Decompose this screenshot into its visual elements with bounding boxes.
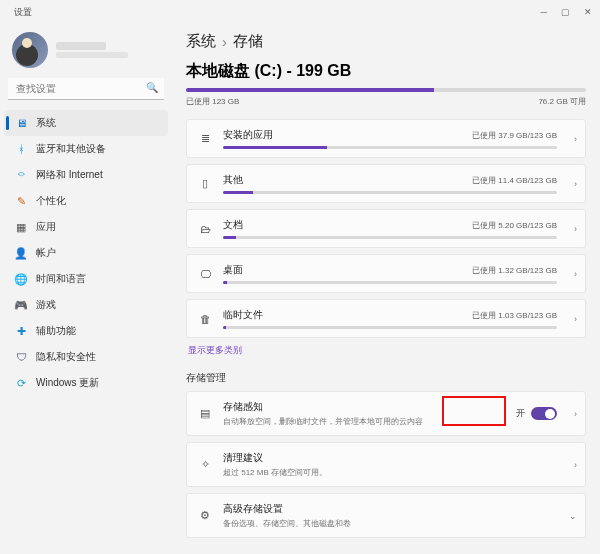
breadcrumb-root[interactable]: 系统 — [186, 32, 216, 51]
chevron-right-icon: › — [574, 460, 577, 470]
window-title: 设置 — [8, 6, 32, 19]
globe-clock-icon: 🌐 — [14, 272, 28, 286]
storage-sense-toggle[interactable] — [531, 407, 557, 420]
shield-icon: 🛡 — [14, 350, 28, 364]
breadcrumb-page: 存储 — [233, 32, 263, 51]
profile-email-redacted — [56, 52, 128, 58]
disk-usage-bar — [186, 88, 586, 92]
nav-windows-update[interactable]: ⟳Windows 更新 — [4, 370, 168, 396]
nav-privacy[interactable]: 🛡隐私和安全性 — [4, 344, 168, 370]
advanced-storage-row[interactable]: ⚙ 高级存储设置 备份选项、存储空间、其他磁盘和卷 ⌄ — [186, 493, 586, 538]
person-icon: 👤 — [14, 246, 28, 260]
chevron-right-icon: › — [222, 33, 227, 50]
gamepad-icon: 🎮 — [14, 298, 28, 312]
chevron-right-icon: › — [574, 409, 577, 419]
window-maximize[interactable]: ▢ — [561, 7, 570, 17]
storage-management-heading: 存储管理 — [186, 371, 586, 385]
cleanup-recommendations-row[interactable]: ✧ 清理建议 超过 512 MB 存储空间可用。 › — [186, 442, 586, 487]
category-other[interactable]: ▯ 其他已使用 11.4 GB/123 GB › — [186, 164, 586, 203]
chevron-down-icon: ⌄ — [569, 511, 577, 521]
breadcrumb: 系统 › 存储 — [186, 32, 586, 51]
nav-apps[interactable]: ▦应用 — [4, 214, 168, 240]
avatar — [12, 32, 48, 68]
chevron-right-icon: › — [574, 179, 577, 189]
chevron-right-icon: › — [574, 269, 577, 279]
toggle-state-label: 开 — [516, 407, 525, 420]
nav-bluetooth[interactable]: ᚼ蓝牙和其他设备 — [4, 136, 168, 162]
wifi-icon: ⌔ — [14, 168, 28, 182]
chevron-right-icon: › — [574, 134, 577, 144]
nav-system[interactable]: 🖥系统 — [4, 110, 168, 136]
chevron-right-icon: › — [574, 314, 577, 324]
monitor-icon: 🖵 — [197, 268, 213, 280]
show-more-categories[interactable]: 显示更多类别 — [188, 344, 586, 357]
nav-accessibility[interactable]: ✚辅助功能 — [4, 318, 168, 344]
trash-icon: 🗑 — [197, 313, 213, 325]
bluetooth-icon: ᚼ — [14, 142, 28, 156]
storage-sense-row[interactable]: ▤ 存储感知 自动释放空间，删除临时文件，并管理本地可用的云内容 开 › — [186, 391, 586, 436]
accessibility-icon: ✚ — [14, 324, 28, 338]
category-temp-files[interactable]: 🗑 临时文件已使用 1.03 GB/123 GB › — [186, 299, 586, 338]
window-close[interactable]: ✕ — [584, 7, 592, 17]
system-icon: 🖥 — [14, 116, 28, 130]
search-input[interactable] — [8, 78, 164, 100]
brush-icon: ✎ — [14, 194, 28, 208]
list-icon: ≣ — [197, 132, 213, 145]
search-icon: 🔍 — [146, 82, 158, 93]
gear-icon: ⚙ — [197, 509, 213, 522]
disk-title: 本地磁盘 (C:) - 199 GB — [186, 61, 586, 82]
nav-accounts[interactable]: 👤帐户 — [4, 240, 168, 266]
nav-network[interactable]: ⌔网络和 Internet — [4, 162, 168, 188]
broom-icon: ✧ — [197, 458, 213, 471]
category-documents[interactable]: 🗁 文档已使用 5.20 GB/123 GB › — [186, 209, 586, 248]
grid-icon: ▦ — [14, 220, 28, 234]
sdcard-icon: ▯ — [197, 177, 213, 190]
storage-icon: ▤ — [197, 407, 213, 420]
category-installed-apps[interactable]: ≣ 安装的应用已使用 37.9 GB/123 GB › — [186, 119, 586, 158]
nav-personalization[interactable]: ✎个性化 — [4, 188, 168, 214]
disk-free-label: 76.2 GB 可用 — [538, 96, 586, 107]
user-profile[interactable] — [4, 28, 168, 78]
folder-icon: 🗁 — [197, 223, 213, 235]
update-icon: ⟳ — [14, 376, 28, 390]
nav-gaming[interactable]: 🎮游戏 — [4, 292, 168, 318]
profile-name-redacted — [56, 42, 106, 50]
nav-time-language[interactable]: 🌐时间和语言 — [4, 266, 168, 292]
chevron-right-icon: › — [574, 224, 577, 234]
category-desktop[interactable]: 🖵 桌面已使用 1.32 GB/123 GB › — [186, 254, 586, 293]
window-minimize[interactable]: ─ — [541, 7, 547, 17]
disk-used-label: 已使用 123 GB — [186, 96, 239, 107]
